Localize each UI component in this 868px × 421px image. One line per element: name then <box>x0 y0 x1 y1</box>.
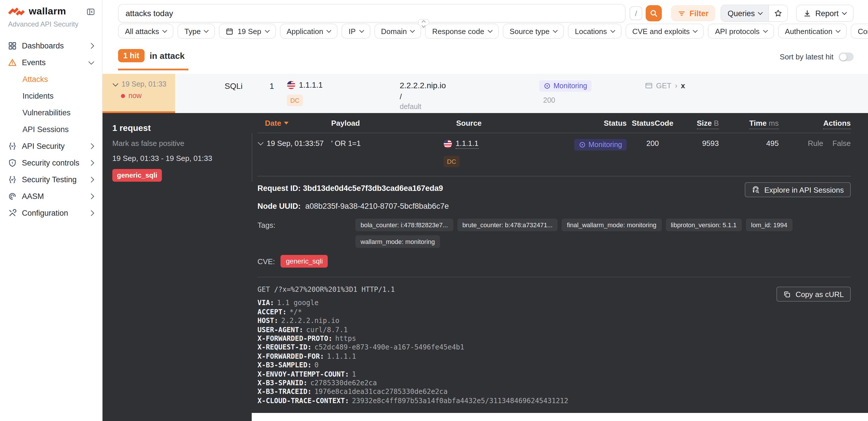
column-header-statuscode: StatusCode <box>627 119 679 128</box>
copy-icon <box>783 290 791 298</box>
chip-locations[interactable]: Locations <box>568 24 621 39</box>
sort-toggle[interactable] <box>839 53 854 61</box>
rule-action[interactable]: Rule <box>808 139 824 148</box>
search-input[interactable] <box>118 4 625 23</box>
sidebar-item-configuration[interactable]: Configuration <box>8 205 95 221</box>
request-id-value: 3bd13de0d4c5e7f3db3cad6ea167eda9 <box>303 184 443 193</box>
request-table-row[interactable]: 19 Sep, 01:33:57 ' OR 1=1 1.1.1.1 DC <box>257 133 851 176</box>
report-button[interactable]: Report <box>796 5 854 22</box>
topbar: / Filter Queries Report <box>102 0 868 23</box>
sidebar: wallarm Advanced API Security Dashboards <box>0 0 102 421</box>
search-button[interactable] <box>646 5 662 21</box>
chevron-down-icon <box>842 10 847 15</box>
request-details: Explore in API Sessions Request ID:3bd13… <box>252 176 868 406</box>
column-header-source: Source <box>441 119 582 128</box>
mark-false-positive-action[interactable]: Mark as false positive <box>112 139 252 148</box>
wallarm-logo-icon <box>8 7 25 16</box>
filter-button[interactable]: Filter <box>671 5 715 21</box>
chip-type[interactable]: Type <box>178 24 215 39</box>
tag-badge: wallarm_mode: monitoring <box>355 235 440 248</box>
attack-source-ip[interactable]: 1.1.1.1 <box>299 81 323 89</box>
monitoring-badge: Monitoring <box>539 80 592 92</box>
chip-cve-exploits[interactable]: CVE and exploits <box>625 24 704 39</box>
attack-type-tag: generic_sqli <box>112 169 162 182</box>
tag-badge: final_wallarm_mode: monitoring <box>562 219 662 231</box>
tab-hits-in-attack[interactable]: 1 hit in attack <box>118 49 188 71</box>
cve-row: CVE: generic_sqli <box>257 255 851 268</box>
chip-ip[interactable]: IP <box>342 24 370 39</box>
column-header-date[interactable]: Date <box>257 119 331 128</box>
http-request-block: Copy as cURL GET /?x=%27%20OR%201%3D1 HT… <box>257 285 851 406</box>
chip-compare-to[interactable]: Compare to... <box>851 24 868 39</box>
copy-as-curl-button[interactable]: Copy as cURL <box>776 287 851 302</box>
chip-source-type[interactable]: Source type <box>502 24 564 39</box>
brand-name: wallarm <box>29 6 83 17</box>
app-root: wallarm Advanced API Security Dashboards <box>0 0 868 421</box>
request-source-cell: 1.1.1.1 DC <box>441 139 582 167</box>
chip-authentication[interactable]: Authentication <box>778 24 847 39</box>
chip-response-code[interactable]: Response code <box>425 24 499 39</box>
sidebar-item-events[interactable]: Events <box>8 54 95 71</box>
attack-type: SQLi <box>225 74 251 113</box>
attack-detail-panel: 1 request Mark as false positive 19 Sep,… <box>102 113 868 421</box>
main-area: / Filter Queries Report <box>102 0 868 421</box>
chip-all-attacks[interactable]: All attacks <box>118 24 174 39</box>
attack-date-cell[interactable]: 19 Sep, 01:33 now <box>102 74 175 113</box>
chevron-right-icon <box>88 194 94 199</box>
sidebar-item-incidents[interactable]: Incidents <box>8 88 95 104</box>
chevron-right-icon <box>88 160 94 166</box>
chip-domain[interactable]: Domain <box>374 24 421 39</box>
favorite-star-button[interactable] <box>769 5 788 21</box>
braces-code-icon <box>8 142 17 150</box>
column-header-actions: Actions <box>779 119 851 128</box>
sidebar-item-dashboards[interactable]: Dashboards <box>8 37 95 54</box>
recency-dot <box>121 94 125 98</box>
queries-dropdown[interactable]: Queries <box>721 5 769 21</box>
attack-row[interactable]: 19 Sep, 01:33 now SQLi 1 1.1.1.1 DC 2.2.… <box>102 74 868 113</box>
chevron-down-icon <box>758 10 763 15</box>
us-flag-icon <box>287 81 296 89</box>
sidebar-item-attacks[interactable]: Attacks <box>8 71 95 88</box>
tags-label: Tags: <box>257 219 355 248</box>
chevron-down-icon <box>113 80 118 86</box>
chip-api-protocols[interactable]: API protocols <box>708 24 774 39</box>
chevron-right-icon <box>88 143 94 149</box>
fingerprint-search-icon <box>752 186 760 194</box>
sidebar-item-security-testing[interactable]: Security Testing <box>8 171 95 188</box>
sidebar-item-vulnerabilities[interactable]: Vulnerabilities <box>8 104 95 121</box>
braces-check-icon <box>8 175 17 184</box>
monitoring-badge: Monitoring <box>574 139 627 150</box>
grid-icon <box>8 41 17 50</box>
chip-application[interactable]: Application <box>280 24 338 39</box>
endpoint-separator: › <box>675 81 677 90</box>
section-divider <box>257 277 851 277</box>
sidebar-item-aasm[interactable]: AASM <box>8 188 95 205</box>
request-actions-cell: Rule False <box>779 139 851 148</box>
attack-hit-count: 1 <box>270 74 276 113</box>
sidebar-item-security-controls[interactable]: Security controls <box>8 155 95 171</box>
logo-row: wallarm <box>8 6 95 17</box>
detail-summary-column: 1 request Mark as false positive 19 Sep,… <box>102 113 252 421</box>
sidebar-item-api-security[interactable]: API Security <box>8 138 95 155</box>
vertical-divider <box>252 133 252 182</box>
detail-content-column: Date Payload Source Status StatusCode Si… <box>252 113 868 421</box>
sidebar-item-api-sessions[interactable]: API Sessions <box>8 121 95 138</box>
attack-endpoint-cell: GET › x <box>645 74 685 113</box>
false-action[interactable]: False <box>832 139 851 148</box>
attack-path: / <box>400 92 531 101</box>
row-expand-chevron[interactable] <box>258 140 264 145</box>
request-source-ip[interactable]: 1.1.1.1 <box>456 139 478 149</box>
column-header-time: Time ms <box>719 119 779 128</box>
requests-table-header: Date Payload Source Status StatusCode Si… <box>257 119 851 133</box>
spiral-icon <box>8 192 17 201</box>
chip-date[interactable]: 19 Sep <box>219 24 276 39</box>
tags-row: Tags: bola_counter: i:478:f82823e7... br… <box>257 219 851 248</box>
results-tab-row: 1 hit in attack Sort by latest hit <box>118 49 854 74</box>
explore-api-sessions-button[interactable]: Explore in API Sessions <box>745 182 851 197</box>
sidebar-collapse-icon[interactable] <box>86 7 95 16</box>
node-uuid-row: Node UUID:a08b235f-9a38-4210-8707-5bcf8b… <box>257 202 851 210</box>
us-flag-icon <box>443 140 452 148</box>
queries-group: Queries <box>720 5 788 22</box>
column-header-status: Status <box>582 119 627 128</box>
filter-icon <box>678 9 685 17</box>
